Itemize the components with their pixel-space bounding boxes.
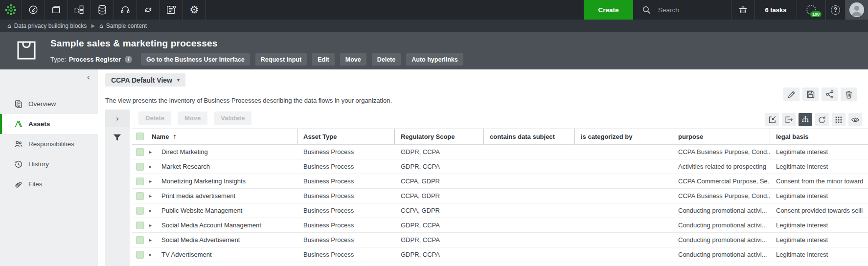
business-user-interface-button[interactable]: Go to the Business User Interface: [141, 53, 250, 66]
row-checkbox[interactable]: [136, 251, 144, 259]
sidebar-item-label: Files: [28, 180, 43, 188]
cell-name[interactable]: Monetizing Marketing Insights: [159, 177, 297, 185]
row-expand-icon[interactable]: ▸: [149, 222, 159, 228]
workflows-icon[interactable]: [137, 0, 160, 20]
delete-button[interactable]: Delete: [372, 53, 401, 66]
policies-icon[interactable]: [160, 0, 183, 20]
cell-purpose: Conducting promotional activi...: [672, 251, 770, 258]
row-expand-icon[interactable]: ▸: [149, 164, 159, 169]
collibra-logo-icon[interactable]: [0, 0, 22, 20]
row-expand-icon[interactable]: ▸: [149, 178, 159, 184]
bulk-validate-button[interactable]: Validate: [214, 111, 251, 125]
info-icon[interactable]: i: [125, 56, 132, 63]
cell-regulatory-scope: GDPR, CCPA: [395, 148, 484, 155]
support-icon[interactable]: [114, 0, 137, 20]
row-checkbox[interactable]: [136, 163, 144, 171]
page-title: Sample sales & marketing processes: [50, 38, 868, 49]
cell-legal-basis: Legitimate interest: [770, 251, 868, 258]
select-all-checkbox[interactable]: [136, 133, 144, 140]
sidebar-item-files[interactable]: Files: [0, 174, 98, 194]
auto-hyperlinks-button[interactable]: Auto hyperlinks: [406, 53, 463, 66]
page-header: Sample sales & marketing processes Type:…: [0, 32, 868, 69]
import-button[interactable]: [765, 113, 779, 126]
cell-name[interactable]: Market Research: [159, 163, 297, 170]
sidebar-item-history[interactable]: History: [0, 154, 98, 174]
refresh-button[interactable]: [815, 113, 829, 126]
row-checkbox[interactable]: [136, 207, 144, 215]
columns-button[interactable]: [832, 113, 845, 126]
row-expand-icon[interactable]: ▸: [149, 237, 159, 243]
edit-button[interactable]: Edit: [312, 53, 335, 66]
top-bar: ⚙ Create 6 tasks 100: [0, 0, 868, 20]
expand-panel-button[interactable]: ›: [105, 110, 130, 127]
row-checkbox[interactable]: [136, 222, 144, 229]
column-header-asset-type[interactable]: Asset Type: [297, 129, 395, 144]
topbar-right: 6 tasks 100 ?: [731, 0, 868, 20]
pencil-icon: [787, 89, 797, 99]
sidebar-item-responsibilities[interactable]: Responsibilities: [0, 134, 98, 154]
row-checkbox[interactable]: [136, 177, 144, 185]
activities-button[interactable]: 100: [797, 0, 825, 20]
delete-view-button[interactable]: [841, 88, 857, 101]
row-expand-icon[interactable]: ▸: [149, 252, 159, 257]
sidebar-item-assets[interactable]: Assets: [0, 114, 98, 134]
share-icon: [825, 89, 835, 99]
column-header-purpose[interactable]: purpose: [672, 129, 770, 144]
type-label: Type:: [50, 56, 66, 63]
breadcrumb-item-subcommunity[interactable]: ⌂ Sample content: [99, 22, 147, 29]
filter-icon[interactable]: [113, 133, 130, 142]
column-header-contains-data-subject[interactable]: contains data subject: [484, 129, 575, 144]
sidebar-item-overview[interactable]: Overview: [0, 94, 98, 114]
row-expand-icon[interactable]: ▸: [149, 149, 159, 155]
request-input-button[interactable]: Request input: [255, 53, 307, 66]
help-button[interactable]: ?: [825, 0, 845, 20]
move-button[interactable]: Move: [340, 53, 366, 66]
cell-regulatory-scope: CCPA, GDPR: [395, 177, 484, 185]
row-checkbox[interactable]: [136, 236, 144, 244]
refresh-icon: [818, 115, 826, 124]
help-icon: ?: [831, 5, 840, 15]
cell-name[interactable]: Direct Marketing: [159, 148, 297, 155]
row-expand-icon[interactable]: ▸: [149, 208, 159, 213]
settings-gear-icon[interactable]: ⚙: [183, 0, 206, 20]
column-header-is-categorized-by[interactable]: is categorized by: [575, 129, 672, 144]
cell-name[interactable]: TV Advertisement: [159, 251, 297, 258]
share-view-button[interactable]: [822, 88, 838, 101]
column-header-regulatory-scope[interactable]: Regulatory Scope: [395, 129, 484, 144]
search-box[interactable]: [633, 0, 731, 20]
column-header-legal-basis[interactable]: legal basis: [770, 129, 868, 144]
bulk-move-button[interactable]: Move: [178, 111, 207, 125]
cell-asset-type: Business Process: [297, 207, 395, 214]
search-input[interactable]: [658, 6, 717, 14]
cell-name[interactable]: Social Media Advertisement: [159, 236, 297, 244]
sidebar-collapse-icon[interactable]: ‹: [87, 72, 90, 82]
edit-view-button[interactable]: [783, 88, 799, 101]
basket-icon[interactable]: [731, 0, 754, 20]
breadcrumb-item-community[interactable]: ⌂ Data privacy building blocks: [7, 22, 87, 29]
export-button[interactable]: [782, 113, 796, 126]
cell-asset-type: Business Process: [297, 148, 395, 155]
tasks-button[interactable]: 6 tasks: [754, 0, 797, 20]
cell-name[interactable]: Social Media Account Management: [159, 222, 297, 229]
view-selector[interactable]: CCPA Default View ▾: [105, 73, 185, 87]
breadcrumb: ⌂ Data privacy building blocks ▶ ⌂ Sampl…: [0, 20, 868, 32]
create-button[interactable]: Create: [584, 0, 633, 20]
browse-icon[interactable]: [45, 0, 68, 20]
row-expand-icon[interactable]: ▸: [149, 193, 159, 199]
column-header-name[interactable]: Name↑: [132, 129, 297, 144]
data-sources-icon[interactable]: [91, 0, 114, 20]
row-checkbox[interactable]: [136, 148, 144, 156]
cell-name[interactable]: Print media advertisement: [159, 192, 297, 200]
user-menu[interactable]: [845, 0, 868, 20]
hierarchy-view-button[interactable]: [799, 113, 812, 126]
floppy-disk-icon: [806, 89, 816, 99]
save-view-button[interactable]: [802, 88, 819, 101]
lineage-icon[interactable]: [68, 0, 91, 20]
visibility-button[interactable]: [848, 113, 862, 126]
cell-name[interactable]: Public Website Management: [159, 207, 297, 214]
row-checkbox[interactable]: [136, 192, 144, 200]
people-icon: [14, 140, 23, 149]
bulk-delete-button[interactable]: Delete: [138, 111, 171, 125]
dashboard-icon[interactable]: [22, 0, 45, 20]
bulk-actions: Delete Move Validate: [138, 111, 251, 125]
